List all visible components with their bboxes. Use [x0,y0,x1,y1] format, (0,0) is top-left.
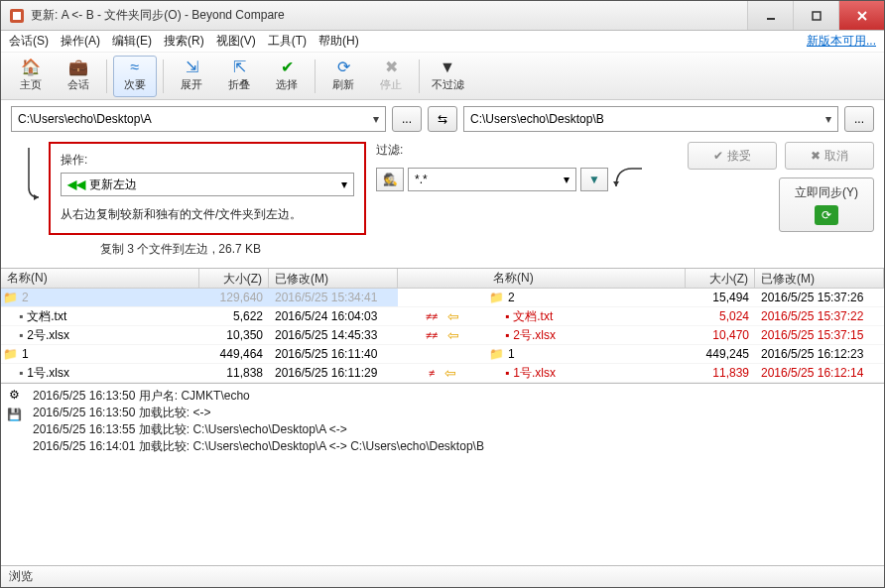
arrow-left-icon[interactable]: ⇦ [447,308,459,324]
folder-icon: 📁 [3,347,18,361]
approx-icon: ≈ [131,59,140,75]
row-modified: 2016/5/25 15:37:26 [755,291,884,304]
window-title: 更新: A <- B - 文件夹同步(O) - Beyond Compare [31,7,747,24]
save-icon[interactable]: 💾 [7,408,22,421]
sync-icon: ⟳ [815,205,838,225]
chevron-down-icon: ▾ [341,177,347,191]
row-size: 5,622 [199,309,269,323]
col-size[interactable]: 大小(Z) [686,269,755,288]
center-row: ≠≠⇦ [398,307,487,326]
swap-icon: ⇆ [438,112,447,126]
row-modified: 2016/5/25 14:45:33 [269,328,398,342]
row-size: 449,245 [686,347,755,361]
table-row[interactable]: 📁 215,4942016/5/25 15:37:26 [487,289,884,307]
funnel-icon: ▼ [588,173,600,186]
row-name: 文档.txt [513,308,553,325]
copy-summary: 复制 3 个文件到左边 , 26.7 KB [100,241,366,258]
row-size: 449,464 [199,347,269,361]
row-size: 5,024 [686,309,755,323]
stop-icon: ✖ [385,59,398,75]
chevron-down-icon: ▾ [564,173,569,186]
center-row [398,289,487,307]
collapse-icon: ⇱ [233,59,246,75]
briefcase-icon: 💼 [68,59,88,75]
chevron-down-icon: ▾ [825,112,831,126]
menu-search[interactable]: 搜索(R) [164,33,204,50]
folder-icon: 📁 [3,291,18,304]
gear-icon[interactable]: ⚙ [9,388,20,402]
row-size: 10,470 [686,328,755,342]
row-modified: 2016/5/25 16:12:23 [755,347,884,361]
table-row[interactable]: 📁 1449,2452016/5/25 16:12:23 [487,345,884,364]
row-name: 1号.xlsx [27,365,69,382]
expand-button[interactable]: ⇲展开 [170,56,213,97]
arrows-left-icon: ◀◀ [67,177,85,191]
folder-icon: 📁 [489,291,504,304]
maximize-button[interactable] [793,1,838,30]
hook-left-icon [17,148,49,207]
row-name: 1 [508,347,515,361]
col-name[interactable]: 名称(N) [1,269,199,288]
col-modified[interactable]: 已修改(M) [755,269,884,288]
check-icon: ✔ [281,59,294,75]
path-row: C:\Users\echo\Desktop\A▾ ... ⇆ C:\Users\… [1,100,884,138]
collapse-button[interactable]: ⇱折叠 [217,56,261,97]
log-line: 2016/5/25 16:13:50 用户名: CJMKT\echo [33,388,878,405]
arrow-left-icon[interactable]: ⇦ [447,327,459,343]
table-row[interactable]: ▪ 1号.xlsx11,8392016/5/25 16:12:14 [487,364,884,383]
options-area: 操作: ◀◀ 更新左边 ▾ 从右边复制较新和独有的文件/文件夹到左边。 复制 3… [1,138,884,268]
svg-rect-1 [13,12,21,20]
table-row[interactable]: 📁 1449,4642016/5/25 16:11:40 [1,345,398,364]
menu-edit[interactable]: 编辑(E) [112,33,152,50]
menu-session[interactable]: 会话(S) [9,33,49,50]
table-row[interactable]: ▪ 1号.xlsx11,8382016/5/25 16:11:29 [1,364,398,383]
update-available-link[interactable]: 新版本可用... [807,33,876,50]
cancel-button[interactable]: ✖ 取消 [785,142,874,170]
log-line: 2016/5/25 16:14:01 加载比较: C:\Users\echo\D… [33,438,878,455]
mask-button[interactable]: 🕵 [376,168,404,191]
minimize-button[interactable] [747,1,793,30]
sync-now-button[interactable]: 立即同步(Y) ⟳ [779,177,874,232]
row-modified: 2016/5/25 15:34:41 [269,291,398,304]
right-browse-button[interactable]: ... [844,106,874,132]
close-button[interactable] [838,1,884,30]
session-button[interactable]: 💼会话 [57,56,100,97]
accept-button[interactable]: ✔ 接受 [688,142,777,170]
table-row[interactable]: ▪ 2号.xlsx10,3502016/5/25 14:45:33 [1,326,398,345]
table-row[interactable]: ▪ 文档.txt5,6222016/5/24 16:04:03 [1,307,398,326]
filter-label: 过滤: [376,142,652,159]
swap-button[interactable]: ⇆ [428,106,457,132]
col-modified[interactable]: 已修改(M) [269,269,398,288]
row-name: 1 [22,347,29,361]
col-size[interactable]: 大小(Z) [199,269,269,288]
table-row[interactable]: ▪ 文档.txt5,0242016/5/25 15:37:22 [487,307,884,326]
menu-tools[interactable]: 工具(T) [268,33,307,50]
filter-apply-button[interactable]: ▼ [580,168,608,191]
right-path-input[interactable]: C:\Users\echo\Desktop\B▾ [463,106,838,132]
center-row: ≠≠⇦ [398,326,487,345]
file-icon: ▪ [19,328,23,342]
left-browse-button[interactable]: ... [392,106,422,132]
log-line: 2016/5/25 16:13:50 加载比较: <-> [33,405,878,421]
menu-view[interactable]: 视图(V) [216,33,256,50]
left-path-input[interactable]: C:\Users\echo\Desktop\A▾ [11,106,386,132]
menu-action[interactable]: 操作(A) [61,33,100,50]
right-pane: 名称(N) 大小(Z) 已修改(M) 📁 215,4942016/5/25 15… [487,269,884,383]
row-modified: 2016/5/25 15:37:22 [755,309,884,323]
menu-help[interactable]: 帮助(H) [318,33,359,50]
select-button[interactable]: ✔选择 [265,56,309,97]
table-row[interactable]: ▪ 2号.xlsx10,4702016/5/25 15:37:15 [487,326,884,345]
row-modified: 2016/5/24 16:04:03 [269,309,398,323]
home-button[interactable]: 🏠主页 [9,56,53,97]
operation-select[interactable]: ◀◀ 更新左边 ▾ [61,173,354,196]
folder-icon: 📁 [489,347,504,361]
arrow-left-icon[interactable]: ⇦ [444,365,456,381]
refresh-button[interactable]: ⟳刷新 [321,56,365,97]
secondary-button[interactable]: ≈次要 [113,56,157,97]
left-pane: 名称(N) 大小(Z) 已修改(M) 📁 2129,6402016/5/25 1… [1,269,398,383]
table-row[interactable]: 📁 2129,6402016/5/25 15:34:41 [1,289,398,307]
filter-input[interactable]: *.*▾ [408,168,576,191]
not-equal-icon: ≠ [429,367,435,379]
nofilter-button[interactable]: ▼不过滤 [426,56,469,97]
col-name[interactable]: 名称(N) [487,269,686,288]
